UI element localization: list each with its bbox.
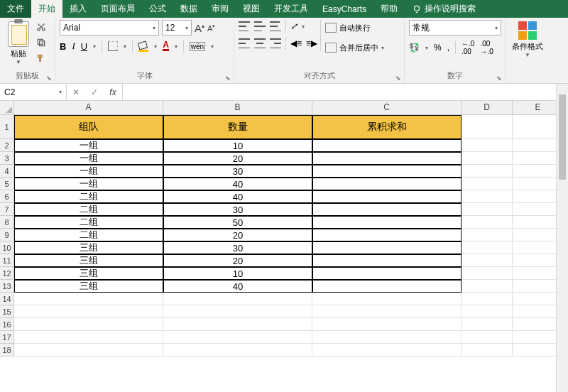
cell[interactable] [462, 344, 513, 356]
align-right-button[interactable] [270, 38, 281, 48]
paste-button[interactable]: 粘贴 ▼ [4, 20, 33, 65]
fx-button[interactable]: fx [104, 87, 122, 97]
cell[interactable] [312, 331, 462, 344]
cell[interactable] [462, 267, 513, 280]
cell[interactable] [312, 229, 462, 241]
row-header[interactable]: 8 [0, 216, 14, 229]
cell[interactable] [462, 293, 513, 305]
cell[interactable] [462, 152, 513, 165]
row-header[interactable]: 7 [0, 203, 14, 216]
cut-button[interactable] [36, 21, 47, 33]
row-header[interactable]: 17 [0, 331, 14, 344]
chevron-down-icon[interactable]: ▾ [124, 43, 126, 50]
column-header[interactable]: B [163, 101, 312, 115]
cell[interactable]: 二组 [14, 203, 163, 216]
row-header[interactable]: 12 [0, 267, 14, 280]
cell[interactable] [462, 203, 513, 216]
cell[interactable]: 50 [163, 216, 312, 229]
tab-developer[interactable]: 开发工具 [267, 0, 315, 18]
decrease-decimal-button[interactable]: .00→.0 [480, 40, 493, 55]
cell[interactable]: 三组 [14, 280, 163, 293]
cell[interactable] [312, 241, 462, 254]
orientation-button[interactable]: ⤢ [290, 21, 297, 31]
shrink-font-button[interactable]: A▾ [207, 23, 215, 33]
percent-button[interactable]: % [434, 43, 442, 53]
cell[interactable] [14, 331, 163, 344]
bold-button[interactable]: B [60, 41, 66, 52]
tab-review[interactable]: 审阅 [204, 0, 236, 18]
cell[interactable]: 30 [163, 241, 312, 254]
cell[interactable] [462, 241, 513, 254]
cell[interactable] [312, 139, 462, 152]
cell[interactable]: 一组 [14, 165, 163, 178]
formula-input[interactable] [123, 84, 568, 100]
cell[interactable] [462, 318, 513, 331]
tab-page-layout[interactable]: 页面布局 [94, 0, 142, 18]
accounting-format-button[interactable]: 💱 [409, 43, 420, 53]
grow-font-button[interactable]: A▴ [195, 22, 204, 34]
tab-home[interactable]: 开始 [31, 0, 62, 18]
cell[interactable] [312, 318, 462, 331]
dialog-launcher-icon[interactable]: ⬊ [395, 75, 403, 82]
align-bottom-button[interactable] [270, 21, 281, 31]
cell[interactable] [312, 254, 462, 267]
phonetic-button[interactable]: wén [190, 42, 205, 51]
cell[interactable] [312, 203, 462, 216]
vertical-scrollbar[interactable] [556, 84, 568, 392]
cell[interactable]: 三组 [14, 254, 163, 267]
dialog-launcher-icon[interactable]: ⬊ [225, 75, 232, 82]
cell[interactable] [312, 293, 462, 305]
cell[interactable] [312, 165, 462, 178]
cell[interactable] [462, 178, 513, 190]
cell[interactable] [462, 305, 513, 318]
decrease-indent-button[interactable]: ◀≡ [290, 38, 302, 48]
cell[interactable]: 30 [163, 203, 312, 216]
row-header[interactable]: 5 [0, 178, 14, 190]
chevron-down-icon[interactable]: ▾ [154, 43, 157, 50]
cell[interactable] [163, 305, 312, 318]
cell[interactable] [462, 190, 513, 203]
enter-button[interactable]: ✓ [85, 87, 104, 97]
chevron-down-icon[interactable]: ▾ [93, 43, 96, 50]
cell[interactable] [462, 139, 513, 152]
row-header[interactable]: 16 [0, 318, 14, 331]
tab-view[interactable]: 视图 [236, 0, 267, 18]
chevron-down-icon[interactable]: ▾ [302, 23, 305, 30]
cell[interactable]: 数量 [163, 115, 312, 139]
cell[interactable] [14, 344, 163, 356]
scrollbar-thumb[interactable] [559, 94, 566, 180]
cell[interactable] [163, 293, 312, 305]
cell[interactable] [14, 305, 163, 318]
row-header[interactable]: 15 [0, 305, 14, 318]
align-center-button[interactable] [254, 38, 266, 48]
cell[interactable]: 二组 [14, 229, 163, 241]
row-header[interactable]: 1 [0, 115, 14, 139]
tab-easycharts[interactable]: EasyCharts [315, 0, 373, 18]
cell[interactable] [312, 216, 462, 229]
align-left-button[interactable] [239, 38, 250, 48]
cell[interactable] [14, 293, 163, 305]
cell[interactable]: 40 [163, 190, 312, 203]
row-header[interactable]: 10 [0, 241, 14, 254]
column-header[interactable]: C [312, 101, 462, 115]
cell[interactable]: 一组 [14, 139, 163, 152]
cell[interactable]: 二组 [14, 216, 163, 229]
row-header[interactable]: 4 [0, 165, 14, 178]
cell[interactable] [163, 318, 312, 331]
cell[interactable]: 10 [163, 267, 312, 280]
tab-file[interactable]: 文件 [0, 0, 31, 18]
comma-button[interactable]: , [447, 43, 449, 53]
font-name-dropdown[interactable]: Arial▾ [60, 20, 159, 36]
cell[interactable]: 一组 [14, 178, 163, 190]
cell[interactable]: 累积求和 [312, 115, 462, 139]
tab-help[interactable]: 帮助 [373, 0, 405, 18]
column-header[interactable]: A [14, 101, 163, 115]
row-header[interactable]: 14 [0, 293, 14, 305]
row-header[interactable]: 13 [0, 280, 14, 293]
cell[interactable] [312, 190, 462, 203]
format-painter-button[interactable] [36, 53, 47, 64]
cell[interactable]: 三组 [14, 241, 163, 254]
cell[interactable]: 40 [163, 178, 312, 190]
dialog-launcher-icon[interactable]: ⬊ [496, 75, 503, 82]
cell[interactable] [163, 331, 312, 344]
